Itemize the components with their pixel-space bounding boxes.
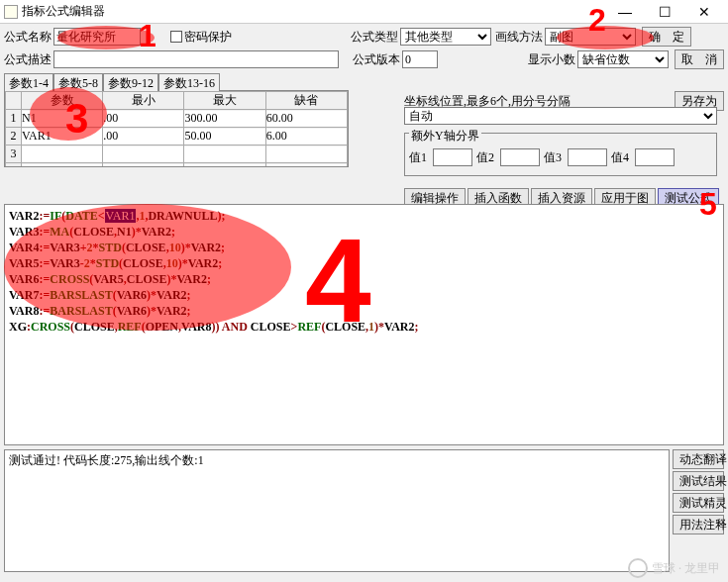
y2-input[interactable] — [500, 148, 540, 166]
password-checkbox[interactable] — [170, 31, 182, 43]
p3-def[interactable] — [266, 146, 347, 162]
label-desc: 公式描述 — [4, 51, 52, 68]
hdr-max: 最大 — [184, 92, 265, 110]
version-input[interactable] — [402, 50, 438, 68]
label-name: 公式名称 — [4, 29, 52, 46]
hdr-min: 最小 — [103, 92, 184, 110]
title-bar: 指标公式编辑器 — ☐ ✕ — [0, 0, 728, 24]
label-formula-type: 公式类型 — [351, 29, 398, 46]
param-table: 参数 最小 最大 缺省 1 2 3 4 — [4, 90, 349, 167]
test-result-button[interactable]: 测试结果 — [673, 471, 724, 491]
p3-max[interactable] — [184, 146, 264, 162]
tab-params-9-12[interactable]: 参数9-12 — [103, 73, 158, 91]
watermark: 雪球 · 龙里甲 — [628, 558, 720, 578]
p1-name[interactable] — [22, 111, 102, 127]
p4-name[interactable] — [22, 164, 102, 168]
dynamic-translate-button[interactable]: 动态翻译 — [673, 449, 724, 469]
close-button[interactable]: ✕ — [684, 1, 724, 23]
p1-def[interactable] — [266, 111, 347, 127]
label-y2: 值2 — [476, 149, 494, 166]
tab-params-5-8[interactable]: 参数5-8 — [53, 73, 103, 91]
p4-min[interactable] — [103, 164, 183, 168]
coord-select[interactable]: 自动 — [404, 107, 717, 125]
label-password: 密码保护 — [184, 29, 232, 46]
desc-input[interactable] — [53, 50, 339, 68]
code-editor[interactable]: VAR2:=IF(DATE<VAR1,1,DRAWNULL); VAR3:=MA… — [4, 204, 724, 445]
p4-max[interactable] — [184, 164, 264, 168]
tab-params-13-16[interactable]: 参数13-16 — [158, 73, 220, 91]
formula-type-select[interactable]: 其他类型 — [400, 28, 491, 46]
right-panel: 自动 额外Y轴分界 值1 值2 值3 值4 — [404, 107, 717, 176]
p1-max[interactable] — [184, 111, 264, 127]
name-input[interactable] — [53, 28, 141, 46]
form-area: 公式名称 密码保护 公式类型 其他类型 画线方法 副图 确 定 公式描述 公式版… — [0, 24, 728, 184]
tab-params-1-4[interactable]: 参数1-4 — [4, 73, 53, 91]
ok-button[interactable]: 确 定 — [642, 27, 691, 47]
output-panel[interactable]: 测试通过! 代码长度:275,输出线个数:1 — [4, 449, 670, 572]
app-icon — [4, 5, 18, 19]
maximize-button[interactable]: ☐ — [645, 1, 684, 23]
hdr-default: 缺省 — [265, 92, 347, 110]
output-text: 测试通过! 代码长度:275,输出线个数:1 — [9, 453, 204, 467]
decimal-select[interactable]: 缺省位数 — [577, 50, 669, 68]
p3-name[interactable] — [22, 146, 102, 162]
label-version: 公式版本 — [353, 51, 400, 68]
y-extra-title: 额外Y轴分界 — [409, 128, 481, 145]
minimize-button[interactable]: — — [605, 1, 645, 23]
line-method-select[interactable]: 副图 — [545, 28, 636, 46]
param-tabs: 参数1-4 参数5-8 参数9-12 参数13-16 — [4, 73, 349, 91]
y3-input[interactable] — [568, 148, 607, 166]
usage-note-button[interactable]: 用法注释 — [673, 515, 724, 534]
p2-max[interactable] — [184, 129, 264, 145]
label-line-method: 画线方法 — [495, 29, 543, 46]
y1-input[interactable] — [433, 148, 472, 166]
p2-def[interactable] — [266, 129, 347, 145]
p2-name[interactable] — [22, 129, 102, 145]
test-spirit-button[interactable]: 测试精灵 — [673, 493, 724, 513]
label-y1: 值1 — [409, 149, 427, 166]
label-y4: 值4 — [611, 149, 629, 166]
cancel-button[interactable]: 取 消 — [675, 49, 724, 69]
side-buttons: 动态翻译 测试结果 测试精灵 用法注释 — [673, 449, 724, 534]
y4-input[interactable] — [635, 148, 675, 166]
p1-min[interactable] — [103, 111, 183, 127]
label-decimal: 显示小数 — [528, 51, 575, 68]
window-title: 指标公式编辑器 — [22, 3, 605, 20]
watermark-icon — [628, 558, 648, 578]
label-y3: 值3 — [544, 149, 562, 166]
p2-min[interactable] — [103, 129, 183, 145]
p4-def[interactable] — [266, 164, 347, 168]
hdr-param: 参数 — [21, 92, 102, 110]
p3-min[interactable] — [103, 146, 183, 162]
